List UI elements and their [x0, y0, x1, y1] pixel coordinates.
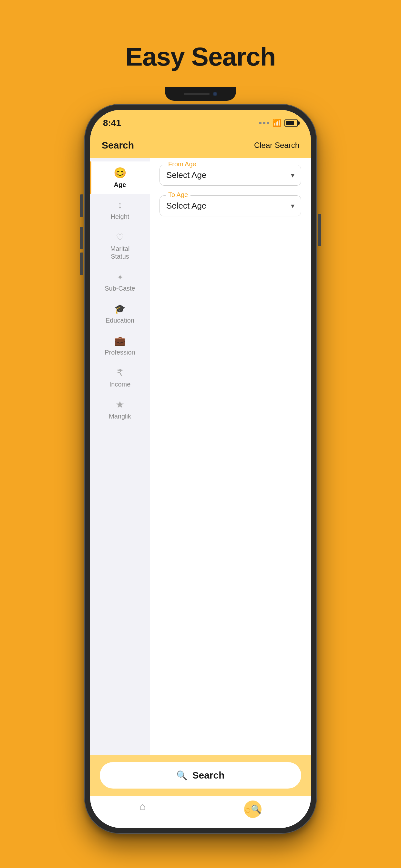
to-age-container: To Age Select Age ▾ [159, 195, 301, 216]
bottom-nav-bar: 🔍 [90, 796, 311, 828]
sidebar-item-education[interactable]: Education [90, 298, 150, 330]
manglik-icon [116, 399, 124, 410]
home-icon [140, 801, 146, 812]
from-age-container: From Age Select Age ▾ [159, 165, 301, 186]
search-button[interactable]: 🔍 Search [100, 762, 301, 788]
sidebar: Age Height MaritalStatus Sub-Caste Educa [90, 158, 150, 755]
height-icon [118, 199, 122, 211]
sidebar-label-marital: MaritalStatus [110, 245, 129, 260]
nav-bar: Search Clear Search [90, 132, 311, 158]
bottom-tab-search[interactable]: 🔍 [244, 801, 261, 818]
signal-dot-3 [267, 122, 269, 124]
sidebar-label-income: Income [110, 380, 131, 388]
search-button-label: Search [192, 770, 224, 781]
status-bar: 8:41 📶 [90, 110, 311, 132]
from-age-dropdown[interactable]: From Age Select Age ▾ [159, 165, 301, 186]
marital-icon [116, 231, 124, 243]
subcaste-icon [117, 271, 123, 283]
from-age-chevron-down-icon: ▾ [291, 171, 295, 180]
sidebar-label-height: Height [111, 213, 129, 221]
signal-dot-1 [259, 122, 261, 124]
signal-dot-2 [263, 122, 266, 124]
from-age-label: From Age [166, 160, 199, 168]
wifi-icon: 📶 [273, 119, 281, 127]
income-icon [117, 367, 123, 378]
sidebar-item-height[interactable]: Height [90, 194, 150, 226]
age-icon [114, 166, 127, 179]
to-age-label: To Age [166, 191, 190, 198]
page-title: Easy Search [126, 42, 276, 72]
sidebar-item-income[interactable]: Income [90, 361, 150, 393]
bottom-tab-home[interactable] [140, 801, 146, 812]
education-icon [114, 303, 126, 314]
speaker [184, 93, 210, 95]
sidebar-item-marital[interactable]: MaritalStatus [90, 226, 150, 266]
sidebar-label-profession: Profession [104, 348, 135, 356]
sidebar-item-manglik[interactable]: Manglik [90, 393, 150, 425]
from-age-value: Select Age [166, 170, 206, 180]
status-icons: 📶 [259, 119, 298, 127]
battery-fill [286, 121, 294, 125]
phone-frame: 8:41 📶 Search Clear Search [84, 104, 317, 834]
phone-screen: 8:41 📶 Search Clear Search [90, 110, 311, 828]
to-age-dropdown[interactable]: To Age Select Age ▾ [159, 195, 301, 216]
nav-title: Search [102, 140, 134, 151]
clear-search-button[interactable]: Clear Search [254, 141, 299, 150]
profession-icon [114, 335, 126, 346]
search-tab-icon: 🔍 [244, 801, 261, 818]
front-camera [213, 92, 217, 96]
sidebar-item-age[interactable]: Age [90, 161, 150, 194]
sidebar-label-manglik: Manglik [109, 412, 131, 420]
sidebar-item-subcaste[interactable]: Sub-Caste [90, 266, 150, 298]
to-age-chevron-down-icon: ▾ [291, 202, 295, 210]
from-age-inner: Select Age ▾ [166, 170, 295, 180]
notch [165, 87, 236, 101]
main-content: From Age Select Age ▾ To Age Select Age … [150, 158, 311, 755]
battery-icon [284, 120, 298, 127]
status-time: 8:41 [103, 118, 121, 128]
to-age-inner: Select Age ▾ [166, 201, 295, 211]
signal-indicator [259, 122, 269, 124]
sidebar-label-education: Education [105, 316, 134, 324]
sidebar-item-profession[interactable]: Profession [90, 330, 150, 361]
sidebar-label-subcaste: Sub-Caste [104, 284, 135, 292]
search-icon: 🔍 [176, 770, 188, 781]
sidebar-label-age: Age [114, 181, 126, 189]
to-age-value: Select Age [166, 201, 206, 211]
content-area: Age Height MaritalStatus Sub-Caste Educa [90, 158, 311, 755]
search-button-bar: 🔍 Search [90, 755, 311, 796]
